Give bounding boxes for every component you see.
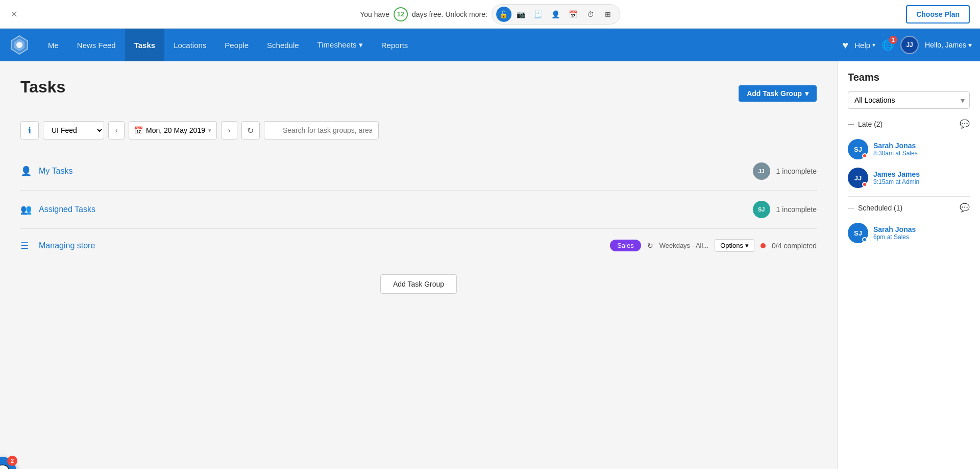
nav-news-feed[interactable]: News Feed — [68, 29, 125, 61]
unlock-icon-calendar[interactable]: 📅 — [566, 7, 581, 22]
sarah-jonas-status-dot — [862, 153, 867, 158]
chat-bubble-icon: 💬 — [0, 464, 9, 469]
late-collapse-icon[interactable]: — — [848, 121, 854, 128]
person-icon: 👤 — [20, 166, 33, 177]
nav-people[interactable]: People — [215, 29, 258, 61]
james-james-time[interactable]: 9:15am at Admin — [873, 178, 970, 185]
page-header: Tasks Add Task Group ▾ — [20, 78, 817, 109]
nav-right: ♥ Help ▾ 🌐 1 JJ Hello, James ▾ — [842, 36, 972, 54]
choose-plan-button[interactable]: Choose Plan — [906, 5, 970, 24]
team-member-sarah-jonas-scheduled: SJ Sarah Jonas 6pm at Sales — [848, 219, 970, 247]
nav-timesheets[interactable]: Timesheets ▾ — [308, 29, 372, 61]
late-chat-icon[interactable]: 💬 — [960, 119, 970, 129]
scheduled-section-label: Scheduled (1) — [858, 204, 902, 212]
chat-bubble-badge: 2 — [7, 456, 17, 466]
scheduled-section-header: — Scheduled (1) 💬 — [848, 203, 970, 213]
james-james-name[interactable]: James James — [873, 170, 970, 178]
logo[interactable] — [8, 34, 31, 56]
list-icon: ☰ — [20, 240, 33, 251]
assigned-tasks-status: 1 incomplete — [776, 205, 817, 214]
help-button[interactable]: Help ▾ — [854, 41, 875, 50]
teams-title: Teams — [848, 72, 970, 83]
unlock-icon-person[interactable]: 👤 — [548, 7, 564, 22]
close-banner-button[interactable]: ✕ — [10, 9, 18, 20]
sarah-jonas-scheduled-dot — [862, 237, 867, 242]
top-banner: ✕ You have 12 days free. Unlock more: 🔓 … — [0, 0, 980, 29]
sarah-jonas-scheduled-info: Sarah Jonas 6pm at Sales — [873, 225, 970, 241]
user-avatar[interactable]: JJ — [900, 36, 919, 54]
task-toolbar: ℹ UI Feed All Feeds ‹ 📅 Mon, 20 May 2019… — [20, 121, 817, 139]
james-james-info: James James 9:15am at Admin — [873, 170, 970, 185]
feed-select[interactable]: UI Feed All Feeds — [43, 121, 104, 139]
nav-locations[interactable]: Locations — [164, 29, 215, 61]
assigned-tasks-section: 👥 Assigned Tasks SJ 1 incomplete — [20, 190, 817, 228]
james-james-avatar: JJ — [848, 168, 868, 188]
date-dropdown-arrow: ▾ — [208, 127, 211, 134]
late-section-header: — Late (2) 💬 — [848, 119, 970, 129]
task-search-input[interactable] — [264, 121, 379, 139]
nav-tasks[interactable]: Tasks — [125, 29, 164, 61]
days-badge: 12 — [394, 7, 408, 21]
sarah-jonas-info: Sarah Jonas 8:30am at Sales — [873, 142, 970, 157]
assigned-tasks-link[interactable]: Assigned Tasks — [39, 205, 747, 214]
unlock-icon-timer[interactable]: ⏱ — [583, 7, 598, 22]
unlock-icon-open[interactable]: 🔓 — [496, 7, 511, 22]
sidebar: Teams All Locations ▾ — Late (2) 💬 SJ Sa… — [837, 61, 980, 469]
nav-reports[interactable]: Reports — [372, 29, 418, 61]
next-date-button[interactable]: › — [221, 121, 237, 139]
search-wrapper: 🔍 — [264, 121, 488, 139]
unlock-icon-camera[interactable]: 📷 — [513, 7, 529, 22]
user-greeting[interactable]: Hello, James ▾ — [925, 41, 972, 49]
chat-bubble-button[interactable]: 💬 2 — [0, 457, 16, 469]
sarah-jonas-scheduled-avatar: SJ — [848, 223, 868, 243]
sarah-jonas-scheduled-time[interactable]: 6pm at Sales — [873, 233, 970, 241]
managing-store-section: ☰ Managing store Sales ↻ Weekdays - All.… — [20, 228, 817, 262]
prev-date-button[interactable]: ‹ — [108, 121, 125, 139]
main-layout: Tasks Add Task Group ▾ ℹ UI Feed All Fee… — [0, 61, 980, 469]
my-tasks-link[interactable]: My Tasks — [39, 167, 747, 176]
my-tasks-status: 1 incomplete — [776, 167, 817, 175]
managing-store-link[interactable]: Managing store — [39, 241, 604, 250]
date-picker[interactable]: 📅 Mon, 20 May 2019 ▾ — [129, 121, 217, 139]
my-tasks-row: 👤 My Tasks JJ 1 incomplete — [20, 162, 817, 180]
options-button[interactable]: Options ▾ — [715, 239, 754, 252]
notification-badge: 1 — [889, 36, 897, 44]
sarah-jonas-name[interactable]: Sarah Jonas — [873, 142, 970, 150]
favorites-icon[interactable]: ♥ — [842, 39, 848, 51]
team-member-james-james: JJ James James 9:15am at Admin — [848, 163, 970, 192]
sarah-jonas-avatar: SJ — [848, 139, 868, 159]
unlock-icons-bar: 🔓 📷 🧾 👤 📅 ⏱ ⊞ — [492, 4, 620, 25]
managing-store-status: 0/4 completed — [772, 242, 817, 250]
scheduled-chat-icon[interactable]: 💬 — [960, 203, 970, 213]
team-member-sarah-jonas-late: SJ Sarah Jonas 8:30am at Sales — [848, 135, 970, 163]
unlock-icon-receipt[interactable]: 🧾 — [531, 7, 546, 22]
nav-schedule[interactable]: Schedule — [258, 29, 308, 61]
banner-center: You have 12 days free. Unlock more: 🔓 📷 … — [360, 4, 620, 25]
options-arrow-icon: ▾ — [745, 242, 749, 249]
content-area: Tasks Add Task Group ▾ ℹ UI Feed All Fee… — [0, 61, 837, 469]
add-task-group-bottom-button[interactable]: Add Task Group — [380, 274, 457, 294]
scheduled-collapse-icon[interactable]: — — [848, 204, 854, 212]
sarah-jonas-scheduled-name[interactable]: Sarah Jonas — [873, 225, 970, 233]
my-tasks-avatar: JJ — [753, 162, 770, 180]
navbar: Me News Feed Tasks Locations People Sche… — [0, 29, 980, 61]
sales-tag: Sales — [610, 240, 641, 251]
unlock-icon-grid[interactable]: ⊞ — [600, 7, 616, 22]
completed-dot — [761, 243, 766, 248]
managing-store-row: ☰ Managing store Sales ↻ Weekdays - All.… — [20, 239, 817, 252]
calendar-icon: 📅 — [134, 126, 143, 134]
info-button[interactable]: ℹ — [20, 121, 39, 139]
location-select[interactable]: All Locations — [848, 91, 970, 109]
dropdown-arrow-icon: ▾ — [805, 89, 808, 98]
banner-suffix: days free. Unlock more: — [412, 10, 487, 18]
section-divider — [848, 196, 970, 197]
refresh-button[interactable]: ↻ — [241, 121, 260, 139]
nav-links: Me News Feed Tasks Locations People Sche… — [39, 29, 842, 61]
add-task-group-top-button[interactable]: Add Task Group ▾ — [739, 85, 817, 102]
banner-prefix: You have — [360, 10, 389, 18]
globe-icon[interactable]: 🌐 1 — [881, 39, 894, 51]
people-icon: 👥 — [20, 204, 33, 215]
location-select-wrapper: All Locations ▾ — [848, 91, 970, 109]
sarah-jonas-time[interactable]: 8:30am at Sales — [873, 150, 970, 157]
nav-me[interactable]: Me — [39, 29, 68, 61]
